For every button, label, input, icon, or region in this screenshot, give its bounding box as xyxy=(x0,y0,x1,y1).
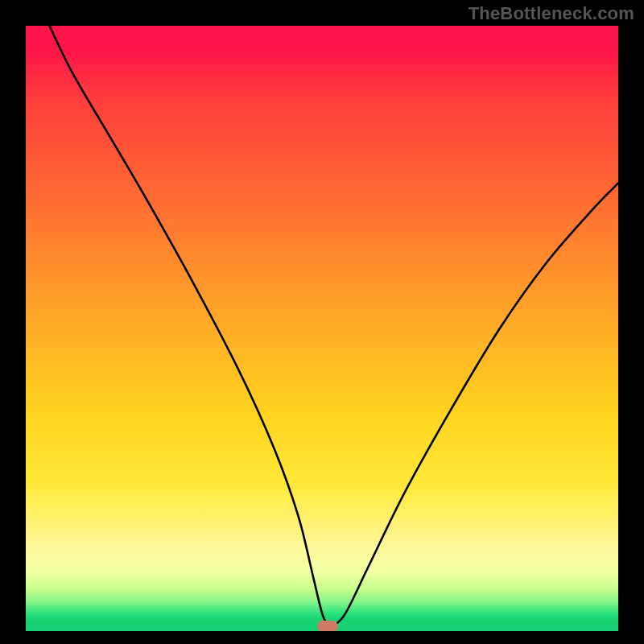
chart-frame: TheBottleneck.com xyxy=(0,0,644,644)
watermark-text: TheBottleneck.com xyxy=(469,3,634,24)
optimal-marker xyxy=(317,621,338,631)
plot-area xyxy=(26,26,618,631)
bottleneck-curve xyxy=(26,26,618,631)
